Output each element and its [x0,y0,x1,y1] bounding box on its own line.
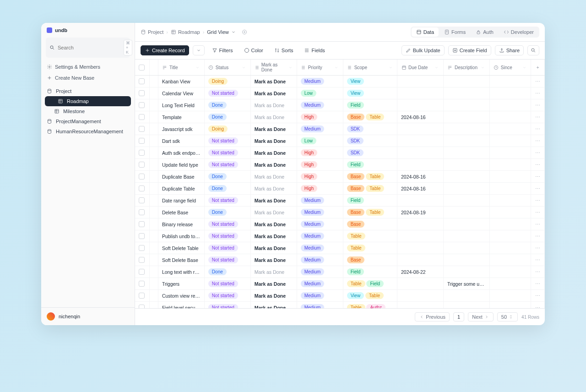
row-checkbox[interactable] [139,126,145,132]
row-menu-button[interactable]: ⋯ [531,218,545,230]
title-cell[interactable]: Custom view records reorder [158,290,204,302]
tab-developer[interactable]: Developer [499,27,538,37]
title-cell[interactable]: Date range field [158,195,204,207]
title-cell[interactable]: Duplicate Base [158,171,204,183]
user-footer[interactable]: nichenqin [41,307,135,325]
mark-done-button[interactable]: Mark as Done [255,234,286,239]
row-menu-button[interactable]: ⋯ [531,290,545,302]
table-row[interactable]: Dart sdkNot startedMark as DoneLowSDK⋯ [135,135,545,147]
title-cell[interactable]: Auth sdk endpoint [158,147,204,159]
column-header[interactable]: Mark as Done [250,60,297,76]
row-checkbox[interactable] [139,185,145,191]
title-cell[interactable]: Duplicate Table [158,183,204,195]
column-header[interactable]: Due Date [397,60,444,76]
mark-done-button[interactable]: Mark as Done [255,305,286,309]
row-checkbox[interactable] [139,233,145,239]
table-row[interactable]: Custom view records reorderNot startedMa… [135,290,545,302]
row-menu-button[interactable]: ⋯ [531,159,545,171]
table-row[interactable]: Soft Delete TableNot startedMark as Done… [135,242,545,254]
breadcrumb-item[interactable]: Roadmap [171,29,200,35]
row-checkbox[interactable] [139,114,145,120]
row-checkbox[interactable] [139,90,145,96]
row-menu-button[interactable]: ⋯ [531,266,545,278]
table-row[interactable]: Long text with rich textDoneMark as Done… [135,266,545,278]
mark-done-button[interactable]: Mark as Done [255,138,286,144]
table-row[interactable]: Duplicate TableDoneMark as DoneHighBase … [135,183,545,195]
breadcrumb-item[interactable]: Grid View [207,29,236,35]
title-cell[interactable]: Field level security [158,302,204,309]
table-item[interactable]: Roadmap [45,96,131,106]
table-row[interactable]: Delete BaseDoneMark as DoneMediumBase Ta… [135,207,545,218]
title-cell[interactable]: Javascript sdk [158,123,204,135]
row-menu-button[interactable]: ⋯ [531,171,545,183]
row-checkbox[interactable] [139,102,145,108]
next-button[interactable]: Next [468,312,494,321]
page-size-select[interactable]: 50 [497,312,518,321]
table-row[interactable]: TriggersNot startedMark as DoneMediumTab… [135,278,545,290]
project-item[interactable]: Project [41,86,135,96]
table-row[interactable]: Field level securityNot startedMark as D… [135,302,545,309]
row-menu-button[interactable]: ⋯ [531,76,545,87]
row-checkbox[interactable] [139,281,145,287]
project-item[interactable]: HumanResourceManagement [41,126,135,136]
row-menu-button[interactable]: ⋯ [531,111,545,123]
sorts-button[interactable]: Sorts [271,46,297,55]
mark-done-button[interactable]: Mark as Done [255,269,284,275]
table-row[interactable]: Publish undb to npmNot startedMark as Do… [135,230,545,242]
title-cell[interactable]: Long Text Field [158,99,204,111]
mark-done-button[interactable]: Mark as Done [255,150,286,156]
select-all-checkbox[interactable] [139,65,145,71]
row-menu-button[interactable]: ⋯ [531,195,545,207]
title-cell[interactable]: Soft Delete Base [158,254,204,266]
share-button[interactable]: Share [495,45,524,55]
row-menu-button[interactable]: ⋯ [531,302,545,309]
row-menu-button[interactable]: ⋯ [531,254,545,266]
row-menu-button[interactable]: ⋯ [531,123,545,135]
title-cell[interactable]: Publish undb to npm [158,230,204,242]
row-checkbox[interactable] [139,174,145,180]
title-cell[interactable]: Update field type [158,159,204,171]
mark-done-button[interactable]: Mark as Done [255,198,286,203]
mark-done-button[interactable]: Mark as Done [255,281,286,287]
title-cell[interactable]: Dart sdk [158,135,204,147]
row-checkbox[interactable] [139,305,145,308]
table-row[interactable]: TemplateDoneMark as DoneHighBase Table20… [135,111,545,123]
tab-auth[interactable]: Auth [471,27,498,37]
table-row[interactable]: Binary releaseNot startedMark as DoneMed… [135,218,545,230]
mark-done-button[interactable]: Mark as Done [255,162,286,168]
row-checkbox[interactable] [139,197,145,203]
mark-done-button[interactable]: Mark as Done [255,126,286,132]
table-row[interactable]: Long Text FieldDoneMark as DoneMediumFie… [135,99,545,111]
row-checkbox[interactable] [139,257,145,263]
column-header[interactable]: Scope [343,60,397,76]
mark-done-button[interactable]: Mark as Done [255,103,284,108]
search-field[interactable] [58,45,121,50]
tab-forms[interactable]: Forms [440,27,470,37]
column-header[interactable]: Priority [297,60,343,76]
mark-done-button[interactable]: Mark as Done [255,114,284,120]
table-row[interactable]: Date range fieldNot startedMark as DoneM… [135,195,545,207]
project-item[interactable]: ProjectManagement [41,116,135,126]
tab-data[interactable]: Data [412,27,439,37]
row-menu-button[interactable]: ⋯ [531,183,545,195]
row-menu-button[interactable]: ⋯ [531,87,545,99]
row-checkbox[interactable] [139,78,145,84]
title-cell[interactable]: Template [158,111,204,123]
create-record-button[interactable]: Create Record [141,45,189,55]
row-menu-button[interactable]: ⋯ [531,99,545,111]
table-item[interactable]: Milestone [41,106,135,116]
column-header[interactable]: Since [489,60,531,76]
table-row[interactable]: Auth sdk endpointNot startedMark as Done… [135,147,545,159]
row-menu-button[interactable]: ⋯ [531,230,545,242]
title-cell[interactable]: Triggers [158,278,204,290]
column-header[interactable]: Status [204,60,250,76]
prev-button[interactable]: Previous [415,312,450,321]
mark-done-button[interactable]: Mark as Done [255,91,286,96]
title-cell[interactable]: Soft Delete Table [158,242,204,254]
row-menu-button[interactable]: ⋯ [531,242,545,254]
row-checkbox[interactable] [139,293,145,299]
add-column-button[interactable]: + [531,60,545,76]
mark-done-button[interactable]: Mark as Done [255,79,286,84]
mark-done-button[interactable]: Mark as Done [255,210,284,215]
row-checkbox[interactable] [139,221,145,227]
